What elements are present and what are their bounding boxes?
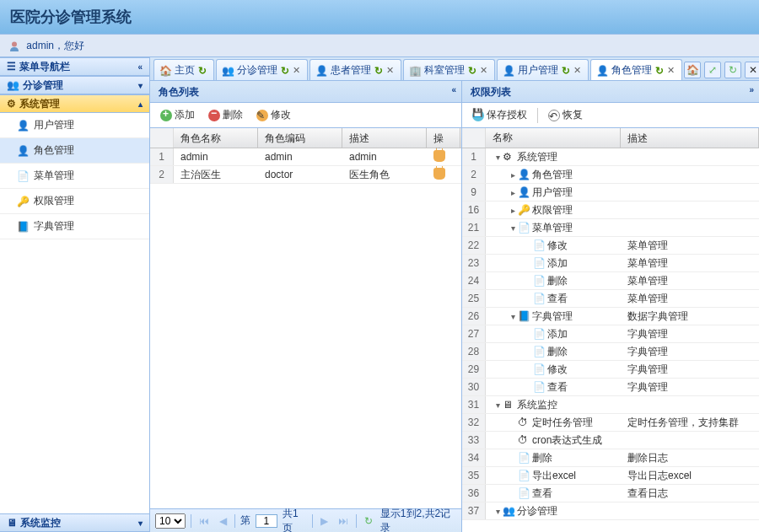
- sidebar-panel-system[interactable]: ⚙系统管理 ▴: [0, 94, 149, 113]
- col-rownum[interactable]: [462, 128, 486, 148]
- tree-row[interactable]: 2 ▸ 👤 角色管理: [462, 166, 759, 184]
- tree-row[interactable]: 37 ▾ 👥 分诊管理: [462, 502, 759, 520]
- save-auth-button[interactable]: 保存授权: [467, 105, 532, 125]
- tree-row[interactable]: 26 ▾ 📘 字典管理 数据字典管理: [462, 308, 759, 325]
- cell-op[interactable]: [427, 148, 460, 166]
- cell-op[interactable]: [427, 166, 460, 184]
- svg-point-0: [12, 41, 17, 46]
- tree-row[interactable]: 34 📄 删除 删除日志: [462, 449, 759, 467]
- user-greeting: admin，您好: [26, 40, 84, 51]
- tool-expand[interactable]: ⤢: [704, 62, 721, 78]
- tree-row[interactable]: 31 ▾ 🖥 系统监控: [462, 396, 759, 414]
- tree-toggle-icon[interactable]: ▾: [493, 400, 503, 410]
- tool-refresh[interactable]: ↻: [724, 62, 741, 78]
- prev-page[interactable]: ◀: [217, 515, 229, 527]
- tree-row[interactable]: 24 📄 删除 菜单管理: [462, 272, 759, 290]
- sidebar-item[interactable]: 👤角色管理: [0, 138, 149, 164]
- lock-icon[interactable]: [433, 150, 445, 162]
- delete-button[interactable]: 删除: [203, 105, 248, 125]
- tree-row[interactable]: 33 ⏱ cron表达式生成: [462, 432, 759, 449]
- tab-refresh-icon[interactable]: ↻: [468, 65, 476, 77]
- tab-refresh-icon[interactable]: ↻: [655, 65, 664, 77]
- tab[interactable]: 👤用户管理 ↻✕: [497, 59, 589, 80]
- cell-tree-name: 📄 导出excel: [486, 467, 621, 485]
- tool-close-all[interactable]: ✕: [745, 62, 759, 78]
- col-code[interactable]: 角色编码: [258, 128, 342, 148]
- pagesize-select[interactable]: 10: [155, 513, 186, 529]
- tree-row[interactable]: 27 📄 添加 字典管理: [462, 325, 759, 343]
- col-name[interactable]: 名称: [486, 128, 621, 148]
- tree-row[interactable]: 28 📄 删除 字典管理: [462, 343, 759, 361]
- col-desc[interactable]: 描述: [621, 128, 759, 148]
- col-rownum[interactable]: [150, 128, 174, 148]
- tree-row[interactable]: 32 ⏱ 定时任务管理 定时任务管理，支持集群: [462, 414, 759, 432]
- add-button[interactable]: 添加: [155, 105, 200, 125]
- col-desc[interactable]: 描述: [342, 128, 427, 148]
- tree-toggle-icon[interactable]: ▾: [508, 312, 518, 321]
- tree-toggle-icon[interactable]: ▸: [508, 170, 518, 180]
- tree-toggle-icon[interactable]: ▾: [493, 507, 503, 516]
- menu-icon: 📄: [17, 170, 29, 182]
- tree-toggle-icon[interactable]: ▾: [508, 223, 518, 233]
- tree-row[interactable]: 25 📄 查看 菜单管理: [462, 290, 759, 308]
- tree-row[interactable]: 23 📄 添加 菜单管理: [462, 255, 759, 272]
- tree-row[interactable]: 22 📄 修改 菜单管理: [462, 237, 759, 255]
- tree-row[interactable]: 30 📄 查看 字典管理: [462, 379, 759, 396]
- row-number: 1: [462, 148, 486, 165]
- tree-row[interactable]: 29 📄 修改 字典管理: [462, 361, 759, 379]
- tab[interactable]: 👤角色管理 ↻✕: [590, 59, 682, 80]
- tree-label: 菜单管理: [532, 221, 573, 235]
- tab[interactable]: 👥分诊管理 ↻✕: [216, 59, 308, 80]
- tab[interactable]: 🏢科室管理 ↻✕: [403, 59, 495, 80]
- tab-close-icon[interactable]: ✕: [480, 65, 487, 76]
- cell-desc: 菜单管理: [621, 272, 759, 290]
- tree-row[interactable]: 21 ▾ 📄 菜单管理: [462, 219, 759, 237]
- tab[interactable]: 🏠主页 ↻: [153, 59, 214, 80]
- tab-refresh-icon[interactable]: ↻: [281, 65, 289, 77]
- edit-button[interactable]: ✎修改: [251, 105, 296, 125]
- lock-icon[interactable]: [433, 168, 445, 180]
- sidebar-panel-monitor[interactable]: 🖥系统监控 ▾: [0, 513, 149, 532]
- sidebar-item[interactable]: 📘字典管理: [0, 214, 149, 239]
- tab[interactable]: 👤患者管理 ↻✕: [310, 59, 401, 80]
- tree-row[interactable]: 9 ▸ 👤 用户管理: [462, 184, 759, 202]
- col-op[interactable]: 操作: [427, 128, 460, 148]
- tab-close-icon[interactable]: ✕: [573, 65, 581, 76]
- cell-tree-name: ▾ 🖥 系统监控: [486, 396, 621, 414]
- gear-icon: ⚙: [7, 98, 16, 110]
- tree-row[interactable]: 35 📄 导出excel 导出日志excel: [462, 467, 759, 485]
- row-number: 1: [150, 148, 174, 165]
- perm-toolbar: 保存授权 ↶恢复: [462, 103, 759, 127]
- sidebar-item[interactable]: 👤用户管理: [0, 113, 149, 138]
- sidebar-panel-nav[interactable]: ☰菜单导航栏 «: [0, 57, 149, 76]
- tree-row[interactable]: 36 📄 查看 查看日志: [462, 485, 759, 502]
- tree-toggle-icon[interactable]: ▸: [508, 206, 518, 215]
- tree-row[interactable]: 1 ▾ ⚙ 系统管理: [462, 148, 759, 166]
- collapse-right-icon[interactable]: »: [749, 85, 754, 94]
- tree-toggle-icon[interactable]: ▸: [508, 188, 518, 197]
- cell-tree-name: 📄 查看: [486, 290, 621, 308]
- refresh-page[interactable]: ↻: [362, 515, 375, 527]
- tree-row[interactable]: 16 ▸ 🔑 权限管理: [462, 202, 759, 219]
- col-name[interactable]: 角色名称: [174, 128, 258, 148]
- tab-refresh-icon[interactable]: ↻: [562, 65, 570, 77]
- tool-home[interactable]: 🏠: [684, 62, 701, 78]
- tab-close-icon[interactable]: ✕: [667, 65, 675, 76]
- tree-label: 定时任务管理: [532, 416, 593, 430]
- restore-button[interactable]: ↶恢复: [543, 105, 588, 125]
- tab-close-icon[interactable]: ✕: [386, 65, 394, 76]
- tab-refresh-icon[interactable]: ↻: [374, 65, 383, 77]
- collapse-left-icon[interactable]: «: [451, 85, 456, 94]
- page-input[interactable]: [256, 514, 277, 528]
- last-page[interactable]: ⏭: [336, 515, 351, 527]
- sidebar-item[interactable]: 🔑权限管理: [0, 189, 149, 214]
- next-page[interactable]: ▶: [318, 515, 331, 527]
- table-row[interactable]: 2 主治医生 doctor 医生角色: [150, 166, 461, 184]
- sidebar-item[interactable]: 📄菜单管理: [0, 164, 149, 189]
- sidebar-panel-triage[interactable]: 👥分诊管理 ▾: [0, 76, 149, 94]
- tab-close-icon[interactable]: ✕: [293, 65, 300, 76]
- first-page[interactable]: ⏮: [196, 515, 212, 527]
- tab-refresh-icon[interactable]: ↻: [198, 65, 207, 77]
- tree-toggle-icon[interactable]: ▾: [493, 153, 503, 162]
- table-row[interactable]: 1 admin admin admin: [150, 148, 461, 166]
